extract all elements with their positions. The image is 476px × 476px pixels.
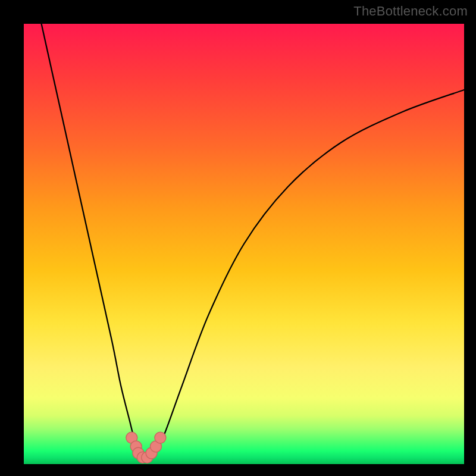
watermark-text: TheBottleneck.com xyxy=(353,4,468,19)
minimum-dot xyxy=(155,432,166,443)
chart-frame: TheBottleneck.com xyxy=(0,0,476,476)
plot-area xyxy=(24,24,464,464)
bottleneck-curve xyxy=(42,24,464,460)
minimum-dots xyxy=(126,432,166,463)
curve-svg xyxy=(24,24,464,464)
